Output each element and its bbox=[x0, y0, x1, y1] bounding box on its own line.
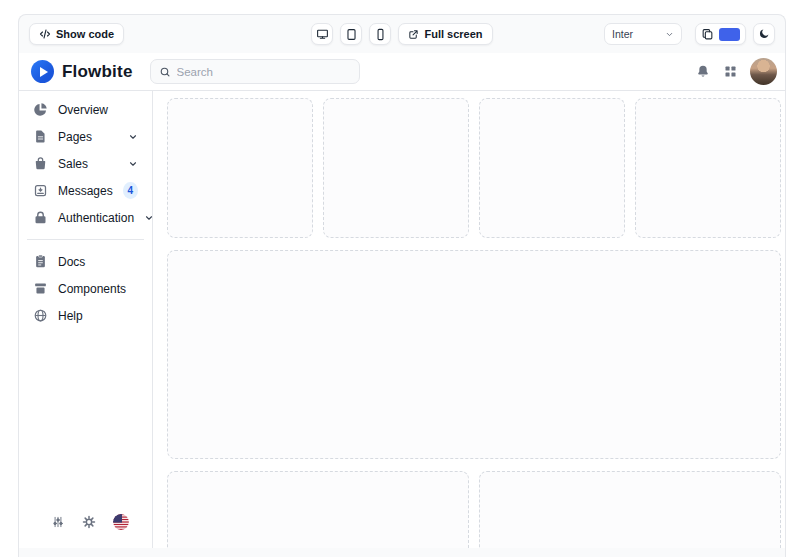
full-screen-button[interactable]: Full screen bbox=[398, 23, 492, 45]
inbox-arrow-icon bbox=[33, 183, 48, 198]
color-swatch bbox=[719, 28, 740, 41]
sidebar-footer bbox=[25, 514, 146, 530]
code-icon bbox=[39, 28, 51, 40]
lock-icon bbox=[33, 210, 48, 225]
placeholder-grid bbox=[167, 98, 781, 548]
brand-name: Flowbite bbox=[62, 62, 133, 82]
gear-icon bbox=[82, 515, 96, 529]
sidebar-item-messages[interactable]: Messages 4 bbox=[25, 177, 146, 204]
mobile-view-button[interactable] bbox=[369, 23, 391, 45]
bell-icon bbox=[695, 64, 711, 80]
desktop-icon bbox=[316, 28, 329, 41]
main-content bbox=[153, 91, 785, 548]
sidebar-item-label: Messages bbox=[58, 184, 113, 198]
adjustments-button[interactable] bbox=[51, 515, 65, 529]
dashboard-preview: Flowbite bbox=[19, 53, 785, 548]
sidebar-item-label: Help bbox=[58, 309, 83, 323]
sidebar-item-label: Components bbox=[58, 282, 126, 296]
sidebar-item-docs[interactable]: Docs bbox=[25, 248, 146, 275]
chevron-down-icon bbox=[128, 159, 138, 169]
placeholder-box bbox=[479, 98, 625, 238]
moon-icon bbox=[758, 28, 770, 40]
dark-mode-button[interactable] bbox=[753, 23, 775, 45]
search-icon bbox=[159, 66, 171, 78]
user-avatar[interactable] bbox=[750, 58, 777, 85]
placeholder-box-wide bbox=[167, 250, 781, 459]
flowbite-logo-icon[interactable] bbox=[31, 60, 54, 83]
font-family-value: Inter bbox=[612, 28, 633, 40]
placeholder-box bbox=[635, 98, 781, 238]
language-button[interactable] bbox=[113, 514, 129, 530]
preview-frame: Show code bbox=[18, 14, 786, 557]
clipboard-icon bbox=[33, 254, 48, 269]
sidebar-item-authentication[interactable]: Authentication bbox=[25, 204, 146, 231]
settings-button[interactable] bbox=[82, 515, 96, 529]
tablet-view-button[interactable] bbox=[340, 23, 362, 45]
placeholder-box-half bbox=[479, 471, 781, 548]
sidebar-item-components[interactable]: Components bbox=[25, 275, 146, 302]
shopping-bag-icon bbox=[33, 156, 48, 171]
apps-grid-icon bbox=[723, 64, 738, 79]
document-icon bbox=[33, 129, 48, 144]
placeholder-box bbox=[323, 98, 469, 238]
sidebar-item-label: Docs bbox=[58, 255, 85, 269]
sidebar-item-label: Sales bbox=[58, 157, 88, 171]
sidebar-item-label: Authentication bbox=[58, 211, 134, 225]
chevron-down-icon bbox=[665, 30, 674, 39]
external-link-icon bbox=[408, 29, 419, 40]
preview-toolbar: Show code bbox=[19, 15, 785, 53]
sidebar-item-sales[interactable]: Sales bbox=[25, 150, 146, 177]
desktop-view-button[interactable] bbox=[311, 23, 333, 45]
show-code-label: Show code bbox=[56, 28, 114, 40]
placeholder-box-half bbox=[167, 471, 469, 548]
full-screen-label: Full screen bbox=[424, 28, 482, 40]
sidebar-item-overview[interactable]: Overview bbox=[25, 96, 146, 123]
sidebar-item-help[interactable]: Help bbox=[25, 302, 146, 329]
color-theme-button[interactable] bbox=[695, 23, 746, 45]
search-box[interactable] bbox=[150, 59, 360, 84]
font-family-select[interactable]: Inter bbox=[604, 23, 682, 45]
sidebar-item-pages[interactable]: Pages bbox=[25, 123, 146, 150]
app-header: Flowbite bbox=[19, 53, 785, 91]
chevron-down-icon bbox=[128, 132, 138, 142]
placeholder-box bbox=[167, 98, 313, 238]
mobile-icon bbox=[374, 28, 387, 41]
show-code-button[interactable]: Show code bbox=[29, 23, 124, 45]
sidebar: Overview Pages Sales bbox=[19, 91, 153, 548]
pie-chart-icon bbox=[33, 102, 48, 117]
sidebar-item-label: Overview bbox=[58, 103, 108, 117]
tablet-icon bbox=[345, 28, 358, 41]
adjustments-icon bbox=[51, 515, 65, 529]
us-flag-icon bbox=[113, 514, 129, 530]
globe-icon bbox=[33, 308, 48, 323]
sidebar-divider bbox=[27, 239, 144, 240]
notifications-button[interactable] bbox=[695, 64, 711, 80]
messages-count-badge: 4 bbox=[123, 182, 138, 199]
sidebar-item-label: Pages bbox=[58, 130, 92, 144]
swatchbook-icon bbox=[701, 28, 714, 41]
apps-button[interactable] bbox=[723, 64, 738, 79]
collection-icon bbox=[33, 281, 48, 296]
search-input[interactable] bbox=[177, 66, 351, 78]
